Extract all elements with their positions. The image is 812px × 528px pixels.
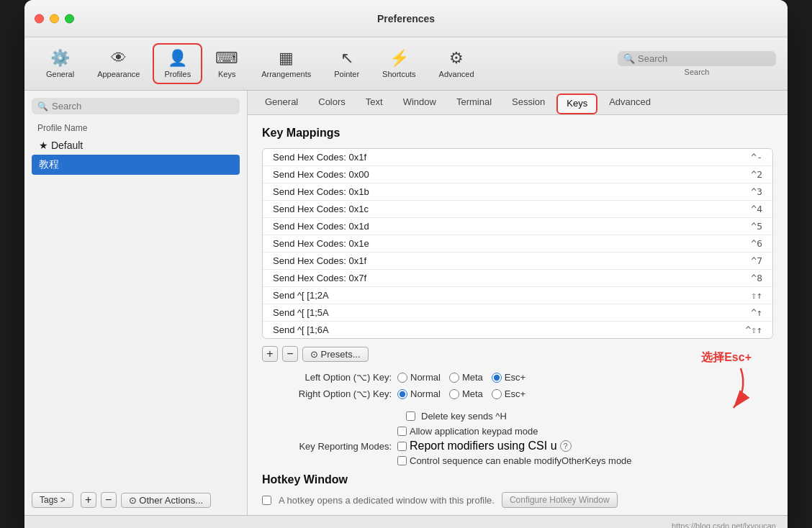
gear-icon: ⚙️ bbox=[50, 49, 70, 68]
toolbar-label-profiles: Profiles bbox=[164, 70, 191, 78]
hotkey-title: Hotkey Window bbox=[262, 473, 773, 486]
key-binding: ^2 bbox=[751, 169, 762, 180]
key-binding: ^⇧↑ bbox=[746, 324, 762, 335]
delete-key-row: Delete key sends ^H bbox=[262, 411, 773, 422]
left-option-row: Left Option (⌥) Key: Normal Meta bbox=[262, 372, 773, 383]
control-sequence-label: Control sequence can enable modifyOtherK… bbox=[410, 455, 632, 466]
tab-text[interactable]: Text bbox=[356, 91, 393, 114]
minimize-button[interactable] bbox=[50, 14, 59, 23]
report-modifiers-row: Report modifiers using CSI u ? bbox=[397, 440, 632, 452]
search-bar: 🔍 Search bbox=[618, 51, 776, 76]
right-option-meta-label: Meta bbox=[462, 388, 483, 399]
profile-item-default-label: ★ Default bbox=[39, 140, 83, 151]
allow-keypad-row[interactable]: Allow application keypad mode bbox=[397, 426, 632, 437]
presets-button[interactable]: ⊙ Presets... bbox=[302, 347, 369, 362]
right-option-meta[interactable]: Meta bbox=[449, 388, 483, 399]
toolbar-item-keys[interactable]: ⌨ Keys bbox=[205, 45, 248, 83]
tab-session[interactable]: Session bbox=[502, 91, 555, 114]
search-label: Search bbox=[685, 68, 710, 76]
toolbar-item-appearance[interactable]: 👁 Appearance bbox=[87, 45, 150, 83]
right-option-radio-group: Normal Meta Esc+ bbox=[397, 388, 525, 399]
table-row: Send Hex Codes: 0x00 ^2 bbox=[263, 166, 772, 183]
key-binding: ^8 bbox=[751, 273, 762, 283]
key-binding: ^7 bbox=[751, 255, 762, 266]
configure-hotkey-button[interactable]: Configure Hotkey Window bbox=[502, 492, 618, 508]
delete-key-label: Delete key sends ^H bbox=[421, 411, 507, 422]
remove-mapping-button[interactable]: − bbox=[282, 346, 298, 362]
profile-item-tutorial[interactable]: 教程 bbox=[32, 155, 240, 175]
add-mapping-button[interactable]: + bbox=[262, 346, 278, 362]
report-modifiers-checkbox[interactable] bbox=[397, 442, 407, 451]
eye-icon: 👁 bbox=[111, 49, 127, 68]
table-row: Send Hex Codes: 0x1b ^3 bbox=[263, 183, 772, 201]
control-sequence-row[interactable]: Control sequence can enable modifyOtherK… bbox=[397, 455, 632, 466]
sidebar-search-wrapper: 🔍 bbox=[32, 98, 240, 114]
table-row: Send ^[ [1;6A ^⇧↑ bbox=[263, 322, 772, 338]
right-option-esc[interactable]: Esc+ bbox=[492, 388, 525, 399]
toolbar-label-advanced: Advanced bbox=[439, 70, 474, 78]
sidebar-search-input[interactable] bbox=[52, 101, 234, 111]
toolbar-item-pointer[interactable]: ↖ Pointer bbox=[324, 45, 369, 83]
right-option-normal[interactable]: Normal bbox=[397, 388, 441, 399]
sidebar-footer: Tags > + − ⊙ Other Actions... bbox=[32, 492, 240, 508]
key-binding: ^5 bbox=[751, 221, 762, 232]
toolbar-label-pointer: Pointer bbox=[334, 70, 359, 78]
tab-colors[interactable]: Colors bbox=[308, 91, 356, 114]
maximize-button[interactable] bbox=[65, 14, 74, 23]
key-name: Send Hex Codes: 0x00 bbox=[273, 169, 369, 180]
key-name: Send Hex Codes: 0x1d bbox=[273, 221, 369, 232]
toolbar-item-general[interactable]: ⚙️ General bbox=[36, 45, 84, 83]
right-option-row: Right Option (⌥) Key: Normal Meta bbox=[262, 388, 773, 399]
key-name: Send ^[ [1;2A bbox=[273, 290, 329, 301]
search-icon: 🔍 bbox=[623, 53, 635, 64]
toolbar-item-advanced[interactable]: ⚙ Advanced bbox=[429, 45, 484, 83]
profile-list-header: Profile Name bbox=[32, 120, 240, 136]
remove-profile-button[interactable]: − bbox=[101, 492, 117, 508]
toolbar-label-shortcuts: Shortcuts bbox=[382, 70, 415, 78]
allow-keypad-label: Allow application keypad mode bbox=[410, 426, 538, 437]
tab-advanced[interactable]: Advanced bbox=[599, 91, 661, 114]
profile-item-default[interactable]: ★ Default bbox=[32, 136, 240, 155]
toolbar-label-arrangements: Arrangements bbox=[261, 70, 311, 78]
help-icon[interactable]: ? bbox=[560, 440, 572, 452]
table-row: Send ^[ [1;2A ⇧↑ bbox=[263, 287, 772, 304]
key-binding: ^4 bbox=[751, 204, 762, 214]
toolbar-item-profiles[interactable]: 👤 Profiles bbox=[153, 43, 202, 84]
add-profile-button[interactable]: + bbox=[81, 492, 96, 508]
key-name: Send Hex Codes: 0x7f bbox=[273, 273, 366, 283]
tab-window[interactable]: Window bbox=[393, 91, 446, 114]
control-sequence-checkbox[interactable] bbox=[397, 456, 407, 465]
key-mappings-table: Send Hex Codes: 0x1f ^- Send Hex Codes: … bbox=[262, 148, 773, 339]
url-label: https://blog.csdn.net/lxyoucan bbox=[672, 522, 776, 528]
left-option-esc[interactable]: Esc+ bbox=[492, 372, 525, 383]
left-option-normal[interactable]: Normal bbox=[397, 372, 441, 383]
toolbar-label-keys: Keys bbox=[218, 70, 235, 78]
delete-key-checkbox[interactable] bbox=[406, 411, 415, 421]
tags-button[interactable]: Tags > bbox=[32, 492, 73, 508]
left-option-esc-label: Esc+ bbox=[505, 372, 525, 383]
table-row: Send ^[ [1;5A ^↑ bbox=[263, 304, 772, 322]
left-option-normal-label: Normal bbox=[410, 372, 441, 383]
tab-keys[interactable]: Keys bbox=[556, 94, 597, 114]
other-actions-button[interactable]: ⊙ Other Actions... bbox=[121, 493, 212, 508]
toolbar-item-arrangements[interactable]: ▦ Arrangements bbox=[251, 45, 321, 83]
search-input[interactable] bbox=[638, 53, 770, 64]
key-name: Send ^[ [1;5A bbox=[273, 307, 329, 318]
sidebar-search-icon: 🔍 bbox=[37, 101, 48, 111]
hotkey-checkbox[interactable] bbox=[262, 496, 271, 505]
close-button[interactable] bbox=[35, 14, 44, 23]
search-wrapper: 🔍 bbox=[618, 51, 776, 66]
tab-terminal[interactable]: Terminal bbox=[446, 91, 502, 114]
window-title: Preferences bbox=[377, 13, 435, 24]
profile-item-tutorial-label: 教程 bbox=[39, 158, 59, 171]
tab-general[interactable]: General bbox=[255, 91, 308, 114]
key-name: Send Hex Codes: 0x1b bbox=[273, 186, 369, 197]
right-panel: General Colors Text Window Terminal Sess… bbox=[248, 91, 788, 515]
key-name: Send Hex Codes: 0x1f bbox=[273, 152, 366, 163]
toolbar-item-shortcuts[interactable]: ⚡ Shortcuts bbox=[372, 45, 425, 83]
left-option-meta[interactable]: Meta bbox=[449, 372, 483, 383]
pointer-icon: ↖ bbox=[340, 49, 353, 68]
advanced-icon: ⚙ bbox=[449, 49, 464, 68]
panel-content: Key Mappings Send Hex Codes: 0x1f ^- Sen… bbox=[248, 115, 788, 515]
allow-keypad-checkbox[interactable] bbox=[397, 427, 407, 436]
